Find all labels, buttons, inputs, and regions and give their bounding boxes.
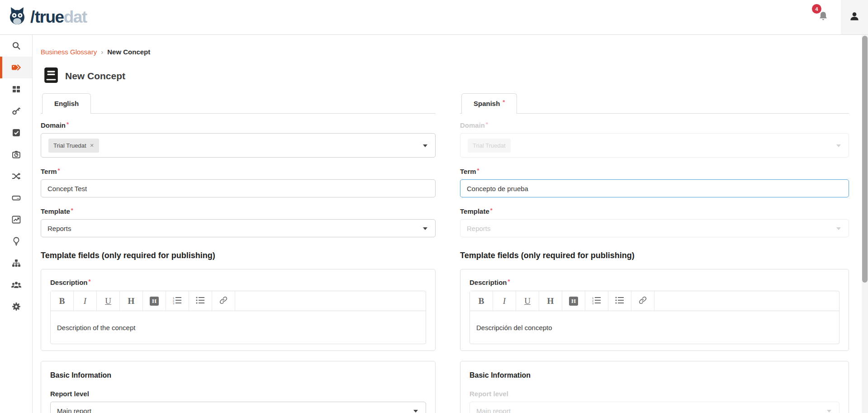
chevron-right-icon: › — [101, 48, 103, 56]
link-icon — [219, 296, 228, 307]
breadcrumb: Business Glossary › New Concept — [41, 48, 868, 56]
header-button[interactable]: H — [539, 291, 562, 311]
sidebar-item-glossary[interactable] — [0, 57, 32, 78]
search-icon — [12, 41, 21, 50]
domain-tag-es: Trial Truedat — [468, 139, 511, 153]
italic-button[interactable]: I — [493, 291, 516, 311]
page-title: New Concept — [65, 71, 125, 82]
spanish-column: Spanish* Domain* Trial Truedat Term* Tem… — [460, 93, 849, 413]
unordered-list-button[interactable] — [608, 291, 631, 311]
dropdown-caret-icon — [423, 144, 427, 147]
sidebar-item-catalog[interactable] — [0, 78, 32, 100]
tag-remove-icon[interactable]: ✕ — [90, 143, 94, 149]
header-block-button[interactable]: H — [143, 291, 166, 311]
underline-button[interactable]: U — [516, 291, 539, 311]
domain-select-en[interactable]: Trial Truedat ✕ — [41, 133, 436, 158]
breadcrumb-current: New Concept — [107, 48, 150, 56]
unordered-list-button[interactable] — [189, 291, 212, 311]
template-select-es: Reports — [460, 219, 849, 237]
domain-tag-en: Trial Truedat ✕ — [48, 139, 99, 153]
grid-icon — [12, 85, 21, 94]
sidebar-item-taxonomy[interactable] — [0, 252, 32, 274]
users-icon — [11, 280, 22, 289]
sidebar-item-lineage[interactable] — [0, 165, 32, 187]
description-editor-en: B I U H H 123 Description of the concept — [50, 291, 426, 344]
ordered-list-icon: 123 — [173, 296, 182, 306]
svg-text:3: 3 — [592, 302, 594, 304]
template-fields-heading-en: Template fields (only required for publi… — [41, 251, 436, 260]
description-editor-es: B I U H H 123 Descripción del concepto — [470, 291, 840, 344]
ordered-list-button[interactable]: 123 — [166, 291, 189, 311]
unordered-list-icon — [196, 296, 205, 306]
ordered-list-icon: 123 — [592, 296, 601, 306]
dropdown-caret-icon — [413, 410, 418, 413]
bell-icon — [817, 16, 829, 24]
tab-spanish[interactable]: Spanish* — [461, 93, 517, 114]
dropdown-caret-icon — [423, 227, 427, 230]
sidebar-item-quality[interactable] — [0, 122, 32, 144]
header-block-icon: H — [150, 297, 159, 306]
description-label-en: Description* — [50, 279, 426, 286]
ordered-list-button[interactable]: 123 — [585, 291, 608, 311]
domain-select-es: Trial Truedat — [460, 133, 849, 158]
report-level-select-en[interactable]: Main report — [50, 402, 426, 413]
sidebar-item-settings[interactable] — [0, 296, 32, 317]
toolbar-spacer — [655, 291, 839, 311]
header-block-button[interactable]: H — [562, 291, 585, 311]
basic-information-heading-es: Basic Information — [470, 371, 840, 379]
header-button[interactable]: H — [120, 291, 143, 311]
term-input-es[interactable] — [460, 179, 849, 197]
check-square-icon — [12, 128, 21, 137]
logo-wordmark: /truedat — [29, 8, 87, 27]
sidebar-item-search[interactable] — [0, 35, 32, 57]
basic-information-card-es: Basic Information Report level Main repo… — [460, 361, 849, 413]
bold-button[interactable]: B — [51, 291, 74, 311]
sidebar-item-users[interactable] — [0, 274, 32, 296]
toolbar-spacer — [235, 291, 426, 311]
page-scrollbar — [862, 35, 868, 413]
sidebar-item-systems[interactable] — [0, 187, 32, 209]
tab-english[interactable]: English — [42, 93, 91, 114]
report-level-label-es: Report level — [470, 390, 840, 398]
unordered-list-icon — [615, 296, 624, 306]
sidebar-item-insights[interactable] — [0, 231, 32, 252]
dropdown-caret-icon — [827, 410, 831, 413]
user-menu-button[interactable] — [841, 0, 868, 34]
editor-toolbar-es: B I U H H 123 — [470, 291, 839, 311]
link-button[interactable] — [212, 291, 235, 311]
book-icon — [44, 67, 58, 85]
bold-button[interactable]: B — [470, 291, 493, 311]
term-label-en: Term* — [41, 168, 436, 175]
description-card-es: Description* B I U H H 123 — [460, 269, 849, 351]
report-level-label-en: Report level — [50, 390, 426, 398]
dropdown-caret-icon — [836, 144, 841, 147]
term-input-en[interactable] — [41, 179, 436, 197]
underline-button[interactable]: U — [97, 291, 120, 311]
report-level-select-es: Main report — [470, 402, 840, 413]
gear-icon — [12, 302, 21, 311]
sidebar-item-permissions[interactable] — [0, 100, 32, 122]
description-input-en[interactable]: Description of the concept — [51, 311, 426, 344]
lightbulb-icon — [12, 237, 21, 246]
key-icon — [12, 106, 21, 115]
server-icon — [12, 193, 21, 202]
notifications-button[interactable]: 4 — [817, 10, 829, 24]
app-header: /truedat 4 — [0, 0, 868, 35]
sidebar-item-dashboard[interactable] — [0, 144, 32, 165]
sidebar-item-analytics[interactable] — [0, 209, 32, 231]
breadcrumb-business-glossary[interactable]: Business Glossary — [41, 48, 97, 56]
truedat-logo[interactable]: /truedat — [7, 6, 87, 28]
link-button[interactable] — [631, 291, 655, 311]
scrollbar-thumb[interactable] — [862, 36, 868, 283]
main-content: Business Glossary › New Concept New Conc… — [33, 35, 868, 413]
description-input-es[interactable]: Descripción del concepto — [470, 311, 839, 344]
template-label-es: Template* — [460, 207, 849, 215]
description-card-en: Description* B I U H H 123 — [41, 269, 436, 351]
italic-button[interactable]: I — [74, 291, 97, 311]
user-icon — [849, 10, 860, 24]
gauge-icon — [12, 150, 21, 159]
shuffle-icon — [12, 172, 21, 181]
template-select-en[interactable]: Reports — [41, 219, 436, 237]
tags-icon — [11, 63, 22, 72]
domain-label-es: Domain* — [460, 121, 849, 129]
